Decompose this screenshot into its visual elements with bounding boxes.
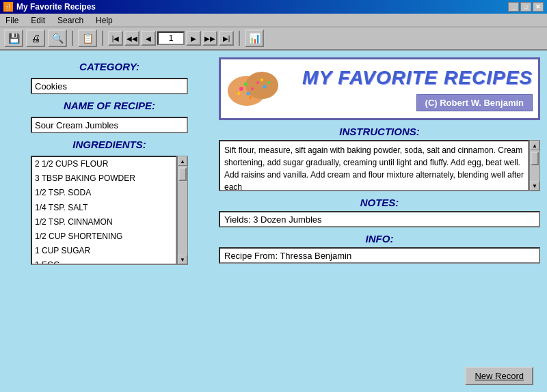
scroll-down-arrow[interactable]: ▼ xyxy=(178,255,187,264)
svg-point-2 xyxy=(239,87,243,91)
svg-point-4 xyxy=(237,92,240,95)
banner-subtitle: (C) Robert W. Benjamin xyxy=(416,94,533,111)
right-panel: MY FAVORITE RECIPES (C) Robert W. Benjam… xyxy=(212,57,540,392)
list-item: 1/2 CUP SHORTENING xyxy=(32,229,176,244)
new-record-button[interactable]: New Record xyxy=(465,367,533,385)
scroll-up-arrow[interactable]: ▲ xyxy=(178,156,187,166)
menu-bar: File Edit Search Help xyxy=(0,14,547,27)
toolbar-btn-3[interactable]: 🔍 xyxy=(48,29,67,47)
info-field[interactable] xyxy=(219,247,540,264)
close-button[interactable]: ✕ xyxy=(533,2,544,12)
toolbar-separator-3 xyxy=(239,31,240,46)
window-controls[interactable]: _ □ ✕ xyxy=(508,2,544,12)
cookie-image xyxy=(226,65,281,113)
maximize-button[interactable]: □ xyxy=(520,2,531,12)
instructions-section: INSTRUCTIONS: Sift flour, measure, sift … xyxy=(219,126,540,191)
instructions-text: Sift flour, measure, sift again with bak… xyxy=(219,140,529,191)
nav-first-button[interactable]: |◀ xyxy=(108,31,123,46)
nav-prev-multi-button[interactable]: ◀◀ xyxy=(124,31,139,46)
title-bar: 🍴 My Favorite Recipes _ □ ✕ xyxy=(0,0,547,14)
instructions-label: INSTRUCTIONS: xyxy=(219,126,540,137)
menu-search[interactable]: Search xyxy=(55,16,86,25)
notes-field[interactable] xyxy=(219,211,540,227)
svg-point-11 xyxy=(267,81,270,84)
scroll-thumb[interactable] xyxy=(178,167,187,181)
toolbar-btn-1[interactable]: 💾 xyxy=(4,29,23,47)
list-item: 3 TBSP BAKING POWDER xyxy=(32,171,176,186)
toolbar-separator-1 xyxy=(72,31,73,46)
instr-scroll-thumb[interactable] xyxy=(531,152,539,165)
nav-next-multi-button[interactable]: ▶▶ xyxy=(202,31,217,46)
svg-point-7 xyxy=(249,96,252,99)
record-navigation: |◀ ◀◀ ◀ ▶ ▶▶ ▶| xyxy=(108,31,234,46)
toolbar-btn-2[interactable]: 🖨 xyxy=(26,29,45,47)
menu-edit[interactable]: Edit xyxy=(28,16,48,25)
menu-file[interactable]: File xyxy=(3,16,21,25)
instructions-scrollbar[interactable]: ▲ ▼ xyxy=(529,140,540,191)
nav-last-button[interactable]: ▶| xyxy=(219,31,234,46)
toolbar-btn-5[interactable]: 📊 xyxy=(245,29,264,47)
minimize-button[interactable]: _ xyxy=(508,2,519,12)
svg-point-5 xyxy=(251,87,254,90)
app-icon: 🍴 xyxy=(3,2,13,12)
category-label: CATEGORY: xyxy=(79,61,139,72)
ingredients-list[interactable]: 2 1/2 CUPS FLOUR 3 TBSP BAKING POWDER 1/… xyxy=(31,156,177,265)
menu-help[interactable]: Help xyxy=(93,16,116,25)
ingredients-scrollbar[interactable]: ▲ ▼ xyxy=(177,156,188,265)
toolbar: 💾 🖨 🔍 📋 |◀ ◀◀ ◀ ▶ ▶▶ ▶| 📊 xyxy=(0,27,547,51)
list-item: 1/2 TSP. CINNAMON xyxy=(32,215,176,229)
record-number-input[interactable] xyxy=(157,31,185,45)
name-of-recipe-label: NAME OF RECIPE: xyxy=(64,100,155,111)
recipe-name-field[interactable] xyxy=(31,117,188,133)
svg-point-8 xyxy=(256,81,259,84)
svg-point-3 xyxy=(247,92,250,96)
info-label: INFO: xyxy=(219,233,540,244)
window-title: My Favorite Recipes xyxy=(16,2,96,12)
list-item: 1/2 TSP. SODA xyxy=(32,186,176,200)
nav-next-button[interactable]: ▶ xyxy=(186,31,201,46)
ingredients-container: 2 1/2 CUPS FLOUR 3 TBSP BAKING POWDER 1/… xyxy=(31,156,188,265)
main-content: CATEGORY: NAME OF RECIPE: INGREDIENTS: 2… xyxy=(0,51,547,392)
list-item: 2 1/2 CUPS FLOUR xyxy=(32,157,176,171)
svg-point-1 xyxy=(245,72,278,99)
notes-label: NOTES: xyxy=(219,197,540,208)
svg-point-9 xyxy=(263,85,267,89)
toolbar-separator-2 xyxy=(102,31,103,46)
left-panel: CATEGORY: NAME OF RECIPE: INGREDIENTS: 2… xyxy=(7,57,212,392)
toolbar-btn-4[interactable]: 📋 xyxy=(78,29,97,47)
svg-point-6 xyxy=(244,83,248,86)
notes-section: NOTES: xyxy=(219,197,540,227)
list-item: 1/4 TSP. SALT xyxy=(32,201,176,215)
banner-text-area: MY FAVORITE RECIPES (C) Robert W. Benjam… xyxy=(288,67,533,111)
ingredients-label: INGREDIENTS: xyxy=(72,139,146,150)
instr-scroll-up[interactable]: ▲ xyxy=(530,141,539,150)
list-item: 1 CUP SUGAR xyxy=(32,244,176,258)
svg-point-10 xyxy=(261,79,263,81)
info-section: INFO: xyxy=(219,233,540,264)
category-field[interactable] xyxy=(31,78,188,94)
list-item: 1 EGG xyxy=(32,258,176,265)
recipe-banner: MY FAVORITE RECIPES (C) Robert W. Benjam… xyxy=(219,57,540,120)
instructions-scrollbar-container: Sift flour, measure, sift again with bak… xyxy=(219,140,540,191)
instr-scroll-down[interactable]: ▼ xyxy=(530,181,539,191)
nav-prev-button[interactable]: ◀ xyxy=(141,31,156,46)
banner-title: MY FAVORITE RECIPES xyxy=(302,67,533,89)
